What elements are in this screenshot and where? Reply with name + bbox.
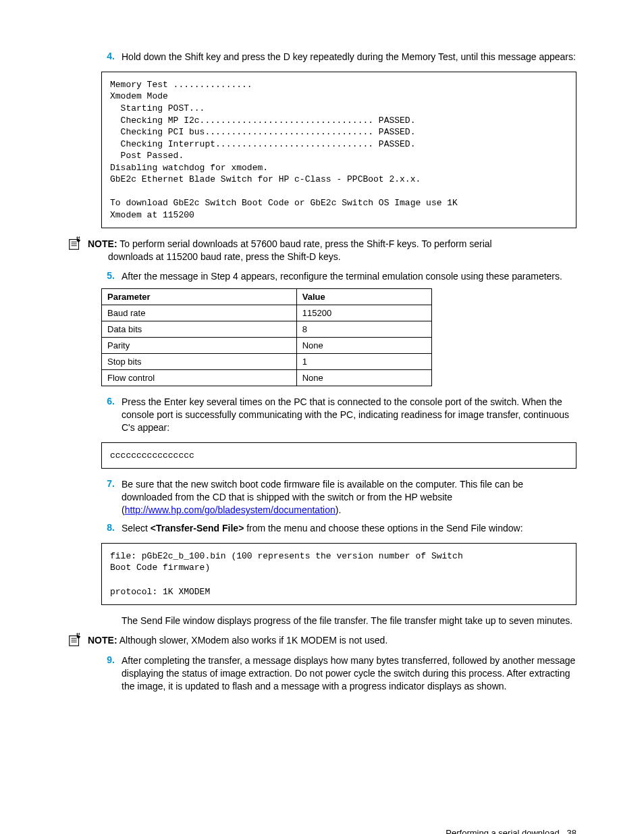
cell-value: 8 [296,321,431,338]
step-8-after: The Send File window displays progress o… [68,615,576,627]
note-baud-rate: NOTE: To perform serial downloads at 576… [68,238,576,263]
step-7: 7. Be sure that the new switch boot code… [68,478,576,517]
step-4: 4. Hold down the Shift key and press the… [68,51,576,63]
footer-section: Performing a serial download [446,828,559,834]
step-5: 5. After the message in Step 4 appears, … [68,270,576,283]
step-number: 8. [101,522,122,535]
page-content: 4. Hold down the Shift key and press the… [0,0,644,834]
col-parameter: Parameter [102,289,297,305]
cell-value: None [296,338,431,354]
table-row: Stop bits 1 [102,354,432,370]
step-text: After the message in Step 4 appears, rec… [122,270,576,283]
note-xmodem: NOTE: Although slower, XModem also works… [68,634,576,648]
code-block-memory-test: Memory Test ............... Xmodem Mode … [101,72,576,229]
step-8-text-a: Select [122,523,151,533]
cell-parameter: Parity [102,338,297,354]
note-body-line1: To perform serial downloads at 57600 bau… [117,238,492,249]
step-9: 9. After completing the transfer, a mess… [68,654,576,693]
step-7-text-b: ). [336,504,342,515]
table-row: Baud rate 115200 [102,305,432,321]
step-number: 9. [101,654,122,693]
footer-page-number: 38 [567,828,576,834]
note-label: NOTE: [88,238,117,249]
table-row: Parity None [102,338,432,354]
note-icon [68,236,82,251]
step-number: 4. [101,51,122,63]
step-number-blank [101,615,122,627]
step-text: Select <Transfer-Send File> from the men… [122,522,576,535]
note-body: Although slower, XModem also works if 1K… [117,635,388,646]
cell-value: 115200 [296,305,431,321]
step-number: 5. [101,270,122,283]
col-value: Value [296,289,431,305]
table-header-row: Parameter Value [102,289,432,305]
cell-parameter: Data bits [102,321,297,338]
step-text: Hold down the Shift key and press the D … [122,51,576,63]
step-8: 8. Select <Transfer-Send File> from the … [68,522,576,535]
cell-parameter: Baud rate [102,305,297,321]
code-block-file-protocol: file: pGbE2c_b_100.bin (100 represents t… [101,543,576,605]
step-text: Be sure that the new switch boot code fi… [122,478,576,517]
step-number: 7. [101,478,122,517]
step-number: 6. [101,396,122,434]
hp-documentation-link[interactable]: http://www.hp.com/go/bladesystem/documen… [125,504,336,515]
table-row: Data bits 8 [102,321,432,338]
page-footer: Performing a serial download 38 [68,828,576,834]
note-body-line2: downloads at 115200 baud rate, press the… [108,251,576,263]
note-text: NOTE: Although slower, XModem also works… [88,634,576,647]
step-text: The Send File window displays progress o… [122,615,576,627]
step-6: 6. Press the Enter key several times on … [68,396,576,434]
step-8-bold: <Transfer-Send File> [151,523,244,533]
code-block-ccc: cccccccccccccccc [101,442,576,469]
cell-parameter: Stop bits [102,354,297,370]
cell-value: 1 [296,354,431,370]
step-8-text-b: from the menu and choose these options i… [244,523,522,533]
note-text: NOTE: To perform serial downloads at 576… [88,238,576,263]
note-label: NOTE: [88,635,117,646]
note-icon [68,633,82,648]
parameters-table: Parameter Value Baud rate 115200 Data bi… [101,288,432,386]
step-text: Press the Enter key several times on the… [122,396,576,434]
cell-value: None [296,370,431,386]
cell-parameter: Flow control [102,370,297,386]
table-row: Flow control None [102,370,432,386]
step-text: After completing the transfer, a message… [122,654,576,693]
